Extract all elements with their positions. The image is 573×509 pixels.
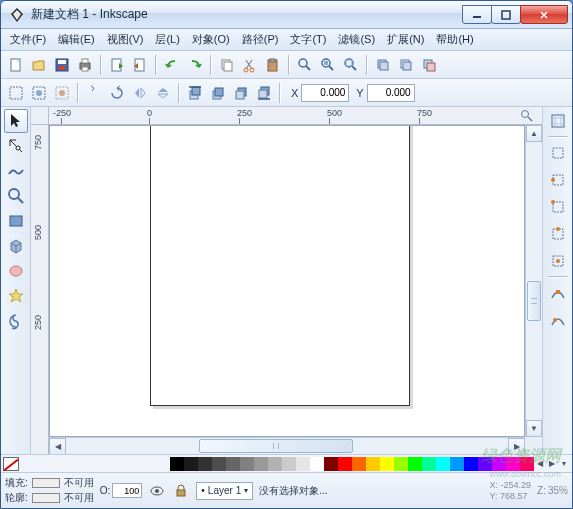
new-button[interactable] [5, 54, 27, 76]
scroll-down-button[interactable]: ▼ [526, 420, 542, 437]
menu-file[interactable]: 文件(F) [5, 30, 51, 49]
copy-button[interactable] [216, 54, 238, 76]
color-swatch[interactable] [380, 457, 394, 471]
zoom-drawing-button[interactable] [317, 54, 339, 76]
color-swatch[interactable] [296, 457, 310, 471]
snap-bbox-edge-button[interactable] [546, 168, 570, 192]
color-swatch[interactable] [268, 457, 282, 471]
fill-swatch[interactable] [32, 478, 60, 488]
y-input[interactable] [367, 84, 415, 102]
clone-button[interactable] [395, 54, 417, 76]
color-swatch[interactable] [338, 457, 352, 471]
scroll-track[interactable] [66, 438, 508, 454]
snap-bbox-button[interactable] [546, 141, 570, 165]
menu-path[interactable]: 路径(P) [237, 30, 284, 49]
vertical-scrollbar[interactable]: ▲ ▼ [525, 125, 542, 437]
scroll-left-button[interactable]: ◀ [49, 438, 66, 455]
zoom-control[interactable]: Z: 35% [537, 485, 568, 496]
duplicate-button[interactable] [372, 54, 394, 76]
color-swatch[interactable] [240, 457, 254, 471]
export-button[interactable] [129, 54, 151, 76]
color-swatch[interactable] [170, 457, 184, 471]
menu-object[interactable]: 对象(O) [187, 30, 235, 49]
menu-extension[interactable]: 扩展(N) [382, 30, 429, 49]
color-swatch[interactable] [184, 457, 198, 471]
palette-menu-button[interactable]: ▾ [558, 459, 570, 468]
snap-toggle-button[interactable] [546, 109, 570, 133]
color-swatch[interactable] [212, 457, 226, 471]
snap-path-button[interactable] [546, 308, 570, 332]
color-swatch[interactable] [422, 457, 436, 471]
save-button[interactable] [51, 54, 73, 76]
color-swatch[interactable] [324, 457, 338, 471]
canvas[interactable] [49, 125, 525, 437]
color-swatch[interactable] [506, 457, 520, 471]
selector-tool[interactable] [4, 109, 28, 133]
menu-text[interactable]: 文字(T) [285, 30, 331, 49]
scroll-thumb[interactable] [527, 281, 541, 321]
scroll-up-button[interactable]: ▲ [526, 125, 542, 142]
rotate-cw-button[interactable] [106, 82, 128, 104]
color-swatch[interactable] [282, 457, 296, 471]
color-swatch[interactable] [450, 457, 464, 471]
color-swatch[interactable] [478, 457, 492, 471]
select-all-layers-button[interactable] [28, 82, 50, 104]
raise-top-button[interactable] [184, 82, 206, 104]
zoom-page-button[interactable] [340, 54, 362, 76]
deselect-button[interactable] [51, 82, 73, 104]
palette-scroll-left[interactable]: ◀ [534, 459, 546, 468]
lower-bottom-button[interactable] [253, 82, 275, 104]
scroll-thumb[interactable] [199, 439, 354, 453]
rotate-ccw-button[interactable] [83, 82, 105, 104]
layer-lock-icon[interactable] [172, 482, 190, 500]
snap-bbox-corner-button[interactable] [546, 195, 570, 219]
scroll-right-button[interactable]: ▶ [508, 438, 525, 455]
rect-tool[interactable] [4, 209, 28, 233]
ellipse-tool[interactable] [4, 259, 28, 283]
snap-node-button[interactable] [546, 281, 570, 305]
menu-layer[interactable]: 层(L) [150, 30, 184, 49]
palette-scroll-right[interactable]: ▶ [546, 459, 558, 468]
stroke-swatch[interactable] [32, 493, 60, 503]
menu-edit[interactable]: 编辑(E) [53, 30, 100, 49]
zoom-tool[interactable] [4, 184, 28, 208]
titlebar[interactable]: 新建文档 1 - Inkscape [1, 1, 572, 29]
select-all-button[interactable] [5, 82, 27, 104]
unlink-clone-button[interactable] [418, 54, 440, 76]
opacity-input[interactable] [112, 483, 142, 498]
color-swatch[interactable] [198, 457, 212, 471]
redo-button[interactable] [184, 54, 206, 76]
color-swatch[interactable] [254, 457, 268, 471]
open-button[interactable] [28, 54, 50, 76]
color-swatch[interactable] [394, 457, 408, 471]
tweak-tool[interactable] [4, 159, 28, 183]
raise-button[interactable] [207, 82, 229, 104]
menu-filter[interactable]: 滤镜(S) [333, 30, 380, 49]
layer-visibility-icon[interactable] [148, 482, 166, 500]
color-swatch[interactable] [366, 457, 380, 471]
color-swatch[interactable] [436, 457, 450, 471]
color-swatch[interactable] [464, 457, 478, 471]
zoom-lock-icon[interactable] [512, 107, 542, 125]
color-swatch[interactable] [408, 457, 422, 471]
lower-button[interactable] [230, 82, 252, 104]
minimize-button[interactable] [462, 5, 492, 24]
node-tool[interactable] [4, 134, 28, 158]
snap-bbox-center-button[interactable] [546, 249, 570, 273]
no-color-swatch[interactable] [3, 457, 19, 471]
maximize-button[interactable] [491, 5, 521, 24]
undo-button[interactable] [161, 54, 183, 76]
flip-h-button[interactable] [129, 82, 151, 104]
color-swatch[interactable] [352, 457, 366, 471]
paste-button[interactable] [262, 54, 284, 76]
horizontal-scrollbar[interactable]: ◀ ▶ [49, 437, 525, 454]
import-button[interactable] [106, 54, 128, 76]
color-swatch[interactable] [492, 457, 506, 471]
scroll-track[interactable] [526, 142, 542, 420]
color-swatch[interactable] [226, 457, 240, 471]
fill-stroke-indicator[interactable]: 填充:不可用 轮廓:不可用 [5, 476, 94, 505]
vertical-ruler[interactable]: 750 500 250 [31, 125, 49, 437]
horizontal-ruler[interactable]: -250 0 250 500 750 [49, 107, 512, 125]
color-swatch[interactable] [520, 457, 534, 471]
print-button[interactable] [74, 54, 96, 76]
